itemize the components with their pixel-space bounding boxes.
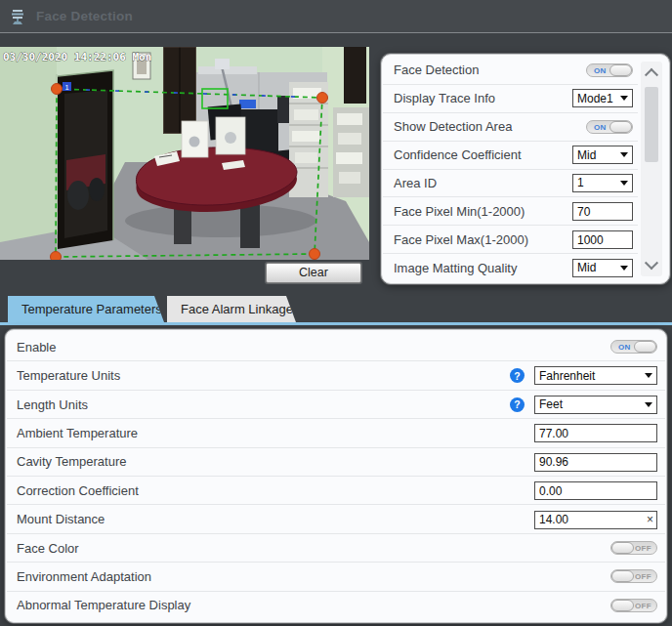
tab-face-alarm-linkage[interactable]: Face Alarm Linkage bbox=[167, 296, 296, 322]
setting-label: Enable bbox=[17, 340, 601, 355]
toggle-knob bbox=[611, 600, 634, 611]
environment-adaptation-toggle[interactable]: OFF bbox=[610, 569, 657, 583]
help-icon[interactable]: ? bbox=[510, 397, 525, 412]
dropdown-caret-icon bbox=[645, 402, 652, 407]
face-detection-settings-panel: Face DetectionONDisplay Trace InfoMode1S… bbox=[381, 54, 670, 284]
help-icon[interactable]: ? bbox=[510, 368, 525, 383]
setting-label: Face Pixel Min(1-2000) bbox=[394, 204, 572, 219]
image-matting-quality-select[interactable]: Mid bbox=[572, 259, 633, 277]
setting-row-face-detection: Face DetectionON bbox=[383, 57, 638, 85]
setting-row-area-id: Area ID1 bbox=[383, 170, 638, 198]
select-value: Mid bbox=[577, 148, 596, 162]
toggle-knob bbox=[611, 542, 634, 554]
ambient-temperature-field bbox=[534, 424, 657, 442]
temperature-units-select[interactable]: Fahrenheit bbox=[534, 366, 657, 385]
toggle-state-label: OFF bbox=[635, 544, 651, 553]
cavity-temperature-input[interactable] bbox=[534, 453, 657, 472]
abnormal-temperature-display-toggle[interactable]: OFF bbox=[610, 599, 657, 612]
face-pixel-max-1-2000-input[interactable] bbox=[572, 230, 633, 249]
dropdown-caret-icon bbox=[620, 152, 628, 157]
toggle-state-label: OFF bbox=[635, 601, 651, 609]
face-pixel-min-1-2000-input[interactable] bbox=[572, 202, 633, 221]
toggle-knob bbox=[611, 570, 634, 582]
corner-handle[interactable] bbox=[52, 84, 63, 95]
setting-row-display-trace-info: Display Trace InfoMode1 bbox=[383, 85, 638, 113]
setting-label: Display Trace Info bbox=[394, 91, 572, 105]
area-id-badge-label: 1 bbox=[64, 83, 68, 92]
setting-row-face-pixel-max-1-2000: Face Pixel Max(1-2000) bbox=[383, 226, 638, 254]
face-pixel-max-1-2000-field bbox=[572, 230, 633, 249]
corner-handle[interactable] bbox=[310, 249, 320, 260]
scroll-down-button[interactable] bbox=[641, 257, 662, 274]
dropdown-caret-icon bbox=[645, 373, 652, 378]
select-value: 1 bbox=[577, 176, 584, 189]
scroll-up-button[interactable] bbox=[641, 63, 662, 81]
camera-timestamp: 03/30/2020 14:22:06 Mon bbox=[3, 51, 151, 63]
setting-label: Environment Adaptation bbox=[17, 569, 601, 584]
face-pixel-min-1-2000-field bbox=[572, 202, 633, 221]
scrollbar[interactable] bbox=[641, 62, 662, 276]
corner-handle[interactable] bbox=[51, 252, 62, 261]
camera-scene: 1 03/30/2020 14:22:06 Mon bbox=[0, 47, 369, 260]
face-detection-toggle[interactable]: ON bbox=[586, 63, 633, 77]
toggle-state-label: OFF bbox=[635, 572, 651, 581]
face-color-toggle[interactable]: OFF bbox=[610, 541, 657, 555]
toggle-state-label: ON bbox=[594, 122, 607, 131]
area-id-select[interactable]: 1 bbox=[572, 174, 633, 192]
tab-underline bbox=[0, 322, 672, 325]
cavity-temperature-field bbox=[534, 452, 657, 471]
correction-coefficient-input[interactable] bbox=[534, 481, 657, 500]
scroll-thumb[interactable] bbox=[645, 87, 658, 162]
setting-row-face-color: Face ColorOFF bbox=[7, 534, 665, 563]
setting-label: Length Units bbox=[17, 397, 500, 412]
setting-row-image-matting-quality: Image Matting QualityMid bbox=[383, 254, 638, 281]
dropdown-caret-icon bbox=[620, 181, 628, 186]
face-detection-settings-rows: Face DetectionONDisplay Trace InfoMode1S… bbox=[383, 57, 638, 281]
setting-row-confidence-coefficient: Confidence CoefficientMid bbox=[383, 142, 638, 170]
setting-label: Cavity Temperature bbox=[17, 454, 525, 469]
setting-row-mount-distance: Mount Distance× bbox=[7, 505, 665, 533]
mount-distance-field: × bbox=[534, 510, 657, 528]
ambient-temperature-input[interactable] bbox=[534, 424, 657, 442]
setting-label: Mount Distance bbox=[17, 512, 525, 526]
enable-toggle[interactable]: ON bbox=[610, 340, 657, 354]
setting-row-temperature-units: Temperature Units?Fahrenheit bbox=[7, 361, 665, 390]
tab-temperature-parameters[interactable]: Temperature Parameters bbox=[8, 296, 164, 322]
toggle-knob bbox=[634, 341, 656, 353]
setting-row-environment-adaptation: Environment AdaptationOFF bbox=[7, 563, 665, 591]
select-value: Mid bbox=[577, 261, 596, 274]
select-value: Feet bbox=[539, 397, 563, 411]
page-title: Face Detection bbox=[36, 9, 133, 23]
show-detection-area-toggle[interactable]: ON bbox=[586, 120, 633, 134]
setting-label: Face Color bbox=[17, 541, 601, 556]
app-header: Face Detection bbox=[0, 0, 672, 33]
confidence-coefficient-select[interactable]: Mid bbox=[572, 146, 633, 164]
setting-row-cavity-temperature: Cavity Temperature bbox=[7, 448, 665, 477]
chevron-up-icon bbox=[645, 68, 658, 82]
setting-row-enable: EnableON bbox=[7, 333, 665, 361]
clear-input-icon[interactable]: × bbox=[647, 514, 653, 525]
toggle-state-label: ON bbox=[594, 65, 607, 74]
correction-coefficient-field bbox=[534, 481, 657, 500]
mount-distance-input[interactable] bbox=[534, 511, 657, 529]
setting-label: Ambient Temperature bbox=[17, 426, 525, 440]
setting-label: Show Detection Area bbox=[394, 119, 586, 134]
setting-row-correction-coefficient: Correction Coefficient bbox=[7, 477, 665, 505]
setting-label: Confidence Coefficient bbox=[394, 147, 572, 162]
length-units-select[interactable]: Feet bbox=[534, 396, 657, 414]
setting-label: Face Detection bbox=[394, 63, 586, 77]
temperature-parameters-panel: EnableONTemperature Units?FahrenheitLeng… bbox=[5, 329, 667, 623]
setting-row-abnormal-temperature-display: Abnormal Temperature DisplayOFF bbox=[7, 592, 665, 619]
setting-label: Abnormal Temperature Display bbox=[17, 598, 601, 612]
select-value: Mode1 bbox=[577, 92, 613, 105]
setting-row-show-detection-area: Show Detection AreaON bbox=[383, 113, 638, 142]
clear-button[interactable]: Clear bbox=[266, 263, 361, 283]
display-trace-info-select[interactable]: Mode1 bbox=[572, 89, 633, 107]
chevron-down-icon bbox=[645, 256, 658, 270]
setting-label: Area ID bbox=[394, 176, 572, 190]
dropdown-caret-icon bbox=[620, 96, 628, 101]
corner-handle[interactable] bbox=[317, 93, 328, 104]
setting-row-face-pixel-min-1-2000: Face Pixel Min(1-2000) bbox=[383, 197, 638, 226]
camera-view[interactable]: 1 03/30/2020 14:22:06 Mon bbox=[0, 47, 369, 260]
setting-label: Temperature Units bbox=[17, 368, 500, 383]
